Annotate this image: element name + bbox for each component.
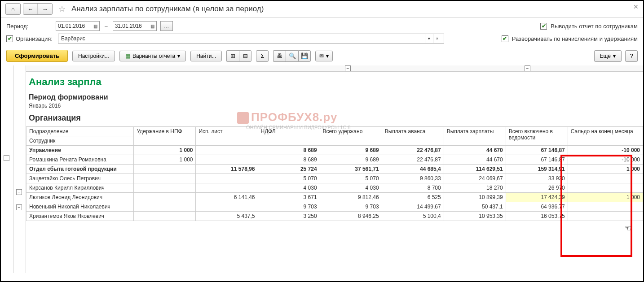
email-icon: ✉: [319, 53, 324, 59]
cursor-icon: ☜: [624, 223, 631, 233]
close-button[interactable]: ✕: [633, 3, 639, 10]
settings-button[interactable]: Настройки...: [72, 51, 115, 61]
back-button[interactable]: ←: [23, 4, 38, 14]
table-row[interactable]: Хризантемов Яков Яковлевич5 437,53 2508 …: [26, 212, 643, 221]
tree-strip-1: −: [1, 65, 13, 273]
col-included: Всего включено в ведомости: [506, 127, 568, 146]
report-icon: ▦: [125, 53, 130, 59]
org-input[interactable]: Барбарис ▾ ×: [58, 34, 444, 43]
table-row[interactable]: Отдел сбыта готовой продукции11 578,9625…: [26, 165, 643, 174]
chevron-down-icon: ▾: [326, 53, 329, 59]
collapse-toggle[interactable]: −: [16, 189, 22, 195]
dropdown-icon[interactable]: ▾: [425, 34, 433, 43]
date-from-input[interactable]: 01.01.2016 ▦: [56, 21, 100, 31]
label-by-employees: Выводить отчет по сотрудникам: [551, 23, 638, 30]
col-salary: Выплата зарплаты: [444, 127, 506, 146]
print-button[interactable]: 🖶: [273, 50, 286, 62]
collapse-tree-button[interactable]: ⊟: [239, 50, 251, 62]
ruler: − −: [26, 65, 643, 72]
favorite-star-icon[interactable]: ☆: [55, 4, 69, 14]
tree-strip-2: − −: [13, 65, 26, 273]
expand-tree-button[interactable]: ⊞: [226, 50, 239, 62]
col-advance: Выплата аванса: [382, 127, 444, 146]
calendar-icon[interactable]: ▦: [93, 24, 97, 29]
more-button[interactable]: Еще▾: [594, 50, 622, 62]
collapse-toggle[interactable]: −: [4, 155, 9, 161]
period-picker-button[interactable]: ...: [160, 21, 173, 31]
ruler-collapse[interactable]: −: [525, 65, 530, 71]
preview-button[interactable]: 🔍: [286, 50, 298, 62]
report-table: Подразделение Удержание в НПФ Исп. лист …: [26, 126, 643, 221]
report-title: Анализ зарпла: [26, 76, 643, 88]
variants-button[interactable]: ▦Варианты отчета▾: [119, 51, 186, 61]
ruler-collapse[interactable]: −: [345, 65, 351, 71]
email-button[interactable]: ✉▾: [315, 51, 333, 61]
chevron-down-icon: ▾: [177, 53, 180, 59]
col-division: Подразделение: [26, 127, 134, 136]
save-button[interactable]: 💾: [298, 50, 311, 62]
calendar-icon[interactable]: ▦: [150, 24, 154, 29]
forward-button[interactable]: →: [38, 4, 52, 14]
col-npf: Удержание в НПФ: [134, 127, 196, 146]
home-button[interactable]: ⌂: [6, 4, 20, 14]
label-expand: Разворачивать по начислениям и удержания…: [512, 35, 638, 42]
form-button[interactable]: Сформировать: [6, 50, 68, 62]
col-balance: Сальдо на конец месяца: [568, 127, 643, 146]
help-button[interactable]: ?: [625, 50, 638, 62]
checkbox-expand[interactable]: ✔: [502, 35, 508, 42]
chevron-down-icon: ▾: [613, 53, 616, 59]
window-title: Анализ зарплаты по сотрудникам (в целом …: [71, 4, 264, 13]
table-row[interactable]: Зацветайко Олесь Петрович5 0705 0709 860…: [26, 174, 643, 183]
org-label: Организация:: [16, 35, 54, 42]
table-row[interactable]: Ромашкина Рената Романовна1 0008 6899 68…: [26, 155, 643, 165]
col-employee: Сотрудник: [26, 136, 134, 146]
period-section-label: Период формировани: [26, 93, 643, 101]
date-to-input[interactable]: 31.01.2016 ▦: [113, 21, 157, 31]
period-value: Январь 2016: [26, 103, 643, 109]
checkbox-org[interactable]: ✔: [6, 35, 13, 42]
clear-icon[interactable]: ×: [433, 34, 441, 43]
watermark-sub: ОНЛАЙН-СЕМИНАРЫ И ВИДЕОКУРСЫ 1С:8: [246, 125, 351, 130]
period-label: Период:: [6, 23, 52, 30]
table-row[interactable]: Кирсанов Кирилл Кириллович4 0304 0308 70…: [26, 183, 643, 193]
table-row[interactable]: Лютиков Леонид Леонидович6 141,463 6719 …: [26, 193, 643, 202]
find-button[interactable]: Найти...: [190, 51, 222, 61]
watermark: ПРОФБУХ8.ру: [237, 110, 337, 124]
collapse-toggle[interactable]: −: [16, 204, 22, 210]
table-row[interactable]: Управление1 0008 6899 68922 476,8744 670…: [26, 146, 643, 155]
table-row[interactable]: Новенький Николай Николаевич9 7039 70314…: [26, 202, 643, 212]
sum-button[interactable]: Σ: [256, 50, 269, 62]
checkbox-by-employees[interactable]: ✔: [540, 23, 547, 30]
